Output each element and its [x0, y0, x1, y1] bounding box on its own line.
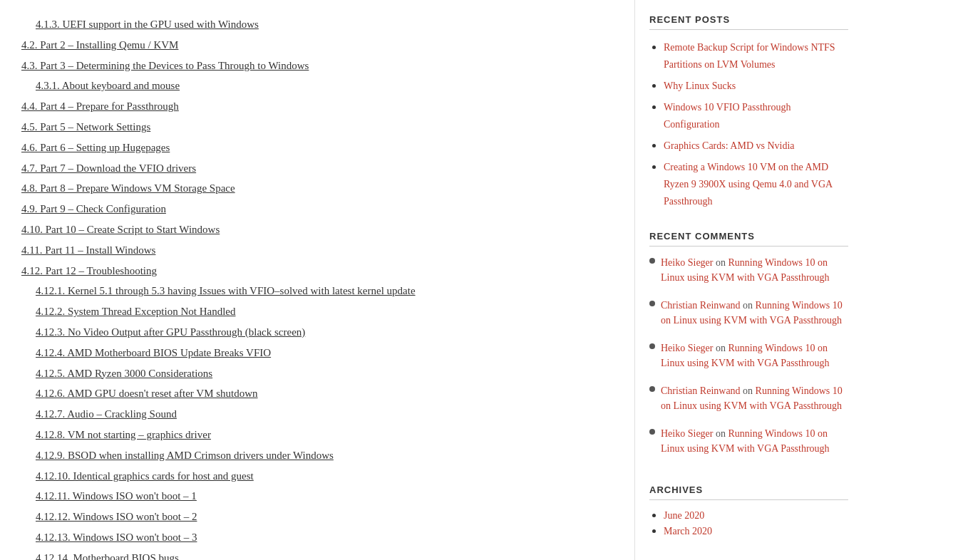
toc-item: 4.12.2. System Thread Exception Not Hand… [21, 301, 613, 322]
recent-posts-section: RECENT POSTS Remote Backup Script for Wi… [649, 14, 848, 209]
toc-link[interactable]: 4.12.2. System Thread Exception Not Hand… [36, 306, 236, 317]
archive-link[interactable]: June 2020 [664, 510, 704, 521]
toc-item: 4.4. Part 4 – Prepare for Passthrough [21, 96, 613, 117]
recent-post-item: Creating a Windows 10 VM on the AMD Ryze… [664, 158, 848, 209]
bullet-icon [649, 343, 655, 349]
bullet-icon [649, 386, 655, 392]
toc-link[interactable]: 4.12.4. AMD Motherboard BIOS Update Brea… [36, 347, 271, 358]
toc-link[interactable]: 4.1.3. UEFI support in the GPU used with… [36, 19, 259, 30]
toc-item: 4.12.5. AMD Ryzen 3000 Considerations [21, 363, 613, 384]
recent-post-link[interactable]: Why Linux Sucks [664, 81, 736, 91]
comment-on-text: on [713, 428, 728, 439]
comment-text: Heiko Sieger on Running Windows 10 on Li… [661, 426, 848, 456]
comment-text: Heiko Sieger on Running Windows 10 on Li… [661, 255, 848, 285]
recent-post-item: Why Linux Sucks [664, 77, 848, 94]
toc-link[interactable]: 4.12.14. Motherboard BIOS bugs [36, 552, 179, 560]
archives-title: ARCHIVES [649, 484, 848, 500]
toc-link[interactable]: 4.7. Part 7 – Download the VFIO drivers [21, 162, 196, 174]
archive-item: March 2020 [664, 524, 848, 537]
recent-comments-section: RECENT COMMENTS Heiko Sieger on Running … [649, 231, 848, 463]
main-content: 4.1.3. UEFI support in the GPU used with… [0, 0, 634, 560]
recent-comments-title: RECENT COMMENTS [649, 231, 848, 247]
toc-item: 4.12.10. Identical graphics cards for ho… [21, 466, 613, 487]
bullet-icon [649, 258, 655, 264]
toc-link[interactable]: 4.2. Part 2 – Installing Qemu / KVM [21, 39, 178, 51]
comment-text: Christian Reinwand on Running Windows 10… [661, 383, 848, 413]
comment-text: Heiko Sieger on Running Windows 10 on Li… [661, 341, 848, 370]
toc-item: 4.1.3. UEFI support in the GPU used with… [21, 14, 613, 35]
toc-item: 4.12.1. Kernel 5.1 through 5.3 having Is… [21, 281, 613, 301]
comment-row: Heiko Sieger on Running Windows 10 on Li… [649, 341, 848, 378]
toc-link[interactable]: 4.3.1. About keyboard and mouse [36, 80, 180, 91]
toc-item: 4.10. Part 10 – Create Script to Start W… [21, 219, 613, 240]
recent-posts-title: RECENT POSTS [649, 14, 848, 30]
toc-item: 4.12.7. Audio – Crackling Sound [21, 404, 613, 425]
toc-link[interactable]: 4.10. Part 10 – Create Script to Start W… [21, 224, 220, 235]
toc-item: 4.3. Part 3 – Determining the Devices to… [21, 56, 613, 76]
recent-posts-list: Remote Backup Script for Windows NTFS Pa… [649, 38, 848, 209]
comment-on-text: on [741, 300, 756, 311]
toc-link[interactable]: 4.12. Part 12 – Troubleshooting [21, 265, 157, 276]
toc-item: 4.12.4. AMD Motherboard BIOS Update Brea… [21, 343, 613, 363]
toc-item: 4.12.9. BSOD when installing AMD Crimson… [21, 445, 613, 466]
bullet-icon [649, 301, 655, 306]
sidebar: RECENT POSTS Remote Backup Script for Wi… [634, 0, 863, 560]
toc-item: 4.7. Part 7 – Download the VFIO drivers [21, 158, 613, 179]
archives-section: ARCHIVES June 2020March 2020 [649, 484, 848, 537]
comment-row: Christian Reinwand on Running Windows 10… [649, 383, 848, 420]
recent-post-link[interactable]: Creating a Windows 10 VM on the AMD Ryze… [664, 162, 832, 207]
bullet-icon [649, 429, 655, 435]
toc-link[interactable]: 4.12.9. BSOD when installing AMD Crimson… [36, 450, 334, 461]
toc-item: 4.12.3. No Video Output after GPU Passth… [21, 322, 613, 343]
toc-item: 4.12.14. Motherboard BIOS bugs [21, 548, 613, 560]
toc-link[interactable]: 4.6. Part 6 – Setting up Hugepages [21, 142, 170, 153]
comment-on-text: on [713, 343, 728, 353]
recent-post-link[interactable]: Graphics Cards: AMD vs Nvidia [664, 140, 795, 151]
toc-link[interactable]: 4.12.13. Windows ISO won't boot – 3 [36, 532, 197, 543]
archive-link[interactable]: March 2020 [664, 526, 712, 536]
toc-link[interactable]: 4.12.5. AMD Ryzen 3000 Considerations [36, 368, 212, 379]
toc-link[interactable]: 4.12.11. Windows ISO won't boot – 1 [36, 490, 197, 502]
comment-on-text: on [713, 257, 728, 268]
commenter-link[interactable]: Christian Reinwand [661, 300, 741, 311]
toc-item: 4.2. Part 2 – Installing Qemu / KVM [21, 35, 613, 56]
recent-comments-list: Heiko Sieger on Running Windows 10 on Li… [649, 255, 848, 463]
toc-link[interactable]: 4.12.6. AMD GPU doesn't reset after VM s… [36, 388, 258, 399]
toc-link[interactable]: 4.5. Part 5 – Network Settings [21, 121, 150, 133]
comment-row: Heiko Sieger on Running Windows 10 on Li… [649, 426, 848, 463]
toc-link[interactable]: 4.12.8. VM not starting – graphics drive… [36, 429, 211, 440]
commenter-link[interactable]: Heiko Sieger [661, 257, 713, 268]
comment-on-text: on [741, 385, 756, 396]
toc-item: 4.6. Part 6 – Setting up Hugepages [21, 138, 613, 158]
comment-text: Christian Reinwand on Running Windows 10… [661, 298, 848, 328]
recent-post-link[interactable]: Remote Backup Script for Windows NTFS Pa… [664, 42, 835, 70]
toc-link[interactable]: 4.12.12. Windows ISO won't boot – 2 [36, 511, 197, 522]
recent-post-item: Remote Backup Script for Windows NTFS Pa… [664, 38, 848, 73]
toc-item: 4.12. Part 12 – Troubleshooting [21, 261, 613, 281]
comment-row: Christian Reinwand on Running Windows 10… [649, 298, 848, 335]
toc-item: 4.8. Part 8 – Prepare Windows VM Storage… [21, 178, 613, 199]
toc-item: 4.12.6. AMD GPU doesn't reset after VM s… [21, 383, 613, 404]
archive-item: June 2020 [664, 509, 848, 522]
toc-item: 4.12.12. Windows ISO won't boot – 2 [21, 507, 613, 527]
commenter-link[interactable]: Heiko Sieger [661, 343, 713, 353]
toc-item: 4.3.1. About keyboard and mouse [21, 76, 613, 96]
recent-post-link[interactable]: Windows 10 VFIO Passthrough Configuratio… [664, 102, 791, 130]
toc-item: 4.12.11. Windows ISO won't boot – 1 [21, 486, 613, 507]
commenter-link[interactable]: Christian Reinwand [661, 385, 741, 396]
toc-link[interactable]: 4.11. Part 11 – Install Windows [21, 244, 155, 256]
toc-item: 4.9. Part 9 – Check Configuration [21, 199, 613, 219]
toc-item: 4.12.13. Windows ISO won't boot – 3 [21, 527, 613, 548]
toc-link[interactable]: 4.12.10. Identical graphics cards for ho… [36, 470, 254, 482]
toc-link[interactable]: 4.12.1. Kernel 5.1 through 5.3 having Is… [36, 285, 416, 296]
toc-item: 4.5. Part 5 – Network Settings [21, 117, 613, 138]
comment-row: Heiko Sieger on Running Windows 10 on Li… [649, 255, 848, 292]
toc-link[interactable]: 4.12.3. No Video Output after GPU Passth… [36, 326, 305, 338]
toc-link[interactable]: 4.9. Part 9 – Check Configuration [21, 203, 166, 214]
commenter-link[interactable]: Heiko Sieger [661, 428, 713, 439]
recent-post-item: Graphics Cards: AMD vs Nvidia [664, 137, 848, 154]
toc-link[interactable]: 4.8. Part 8 – Prepare Windows VM Storage… [21, 182, 235, 194]
toc-link[interactable]: 4.12.7. Audio – Crackling Sound [36, 408, 177, 420]
toc-link[interactable]: 4.4. Part 4 – Prepare for Passthrough [21, 100, 179, 112]
toc-link[interactable]: 4.3. Part 3 – Determining the Devices to… [21, 60, 309, 71]
